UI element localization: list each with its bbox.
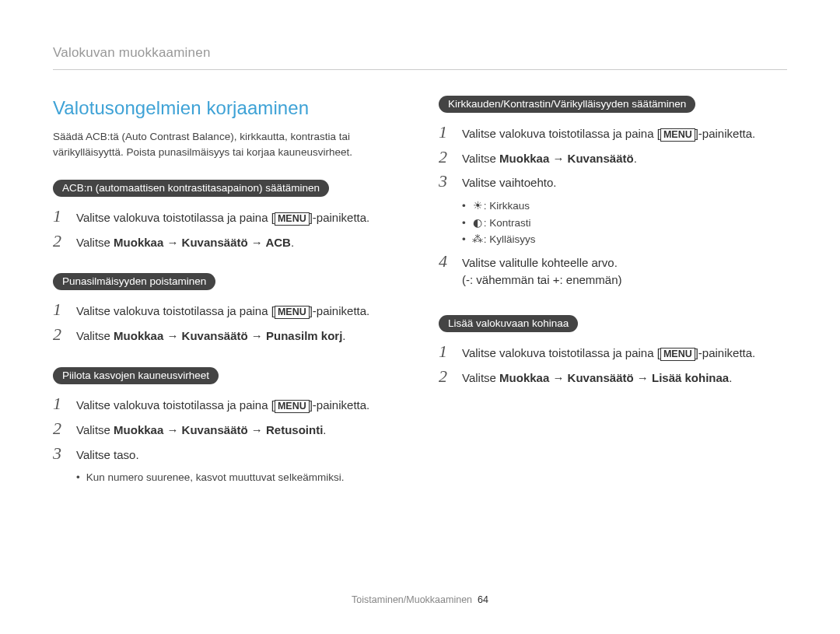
menu-button-icon: MENU: [660, 128, 695, 142]
menu-button-icon: MENU: [275, 212, 310, 226]
step-number: 3: [439, 173, 454, 190]
option-contrast: ◐: Kontrasti: [462, 215, 787, 232]
text: .: [342, 329, 345, 342]
text: .: [291, 236, 294, 249]
label: : Kirkkaus: [484, 200, 530, 212]
step: 1 Valitse valokuva toistotilassa ja pain…: [53, 395, 401, 414]
step-text: Valitse Muokkaa → Kuvansäätö → Retusoint…: [76, 422, 401, 439]
steps-bcs: 1 Valitse valokuva toistotilassa ja pain…: [439, 124, 787, 191]
saturation-icon: ⁂: [472, 232, 484, 247]
pill-redeye: Punasilmäisyyden poistaminen: [53, 273, 215, 290]
options-list: ☀: Kirkkaus ◐: Kontrasti ⁂: Kylläisyys: [462, 198, 787, 248]
page: Valokuvan muokkaaminen Valotusongelmien …: [0, 0, 840, 506]
section-intro: Säädä ACB:tä (Auto Contrast Balance), ki…: [53, 129, 401, 159]
text: Valitse: [76, 423, 114, 436]
step: 3 Valitse taso.: [53, 445, 401, 464]
note-list: Kun numero suurenee, kasvot muuttuvat se…: [76, 469, 401, 486]
step: 2 Valitse Muokkaa → Kuvansäätö → Lisää k…: [439, 368, 787, 387]
option-brightness: ☀: Kirkkaus: [462, 198, 787, 215]
pill-acb: ACB:n (automaattisen kontrastitasapainon…: [53, 180, 329, 197]
text: Valitse valitulle kohteelle arvo.: [462, 256, 618, 269]
pill-bcs: Kirkkauden/Kontrastin/Värikylläisyyden s…: [439, 96, 695, 113]
menu-path: Muokkaa → Kuvansäätö → Retusointi: [114, 423, 323, 436]
note: Kun numero suurenee, kasvot muuttuvat se…: [76, 469, 401, 486]
step: 3 Valitse vaihtoehto.: [439, 173, 787, 191]
step-number: 3: [53, 445, 68, 462]
text: Valitse: [76, 329, 114, 342]
step-text: Valitse valokuva toistotilassa ja paina …: [76, 303, 401, 320]
step: 2 Valitse Muokkaa → Kuvansäätö → Punasil…: [53, 326, 401, 345]
step-text: Valitse Muokkaa → Kuvansäätö → Lisää koh…: [462, 370, 787, 387]
menu-path: Muokkaa → Kuvansäätö: [499, 152, 634, 165]
step-text: Valitse valokuva toistotilassa ja paina …: [462, 345, 787, 362]
page-number: 64: [478, 594, 488, 605]
menu-path: Muokkaa → Kuvansäätö → Lisää kohinaa: [499, 371, 729, 384]
pill-noise: Lisää valokuvaan kohinaa: [439, 315, 578, 332]
section-title: Valotusongelmien korjaaminen: [53, 95, 401, 122]
text: Valitse: [462, 152, 499, 165]
steps-noise: 1 Valitse valokuva toistotilassa ja pain…: [439, 343, 787, 387]
text: ]-painiketta.: [310, 304, 370, 317]
option-saturation: ⁂: Kylläisyys: [462, 231, 787, 248]
step-text: Valitse Muokkaa → Kuvansäätö → Punasilm …: [76, 328, 401, 345]
columns: Valotusongelmien korjaaminen Säädä ACB:t…: [53, 70, 787, 491]
text: ]-painiketta.: [310, 211, 370, 224]
steps-redeye: 1 Valitse valokuva toistotilassa ja pain…: [53, 301, 401, 345]
steps-retouch: 1 Valitse valokuva toistotilassa ja pain…: [53, 395, 401, 463]
label: : Kontrasti: [484, 217, 531, 229]
step-number: 2: [439, 368, 454, 385]
text: ]-painiketta.: [695, 127, 756, 140]
step: 2 Valitse Muokkaa → Kuvansäätö → ACB.: [53, 233, 401, 251]
step-text: Valitse taso.: [76, 447, 401, 464]
menu-button-icon: MENU: [660, 348, 695, 361]
menu-button-icon: MENU: [275, 400, 310, 413]
step-number: 1: [439, 124, 454, 141]
text: Valitse: [76, 236, 114, 249]
step-text: Valitse Muokkaa → Kuvansäätö → ACB.: [76, 234, 401, 251]
brightness-icon: ☀: [472, 198, 484, 214]
text: (-: vähemmän tai +: enemmän): [462, 273, 622, 286]
step-number: 2: [53, 420, 68, 437]
text: Valitse valokuva toistotilassa ja paina …: [76, 304, 275, 317]
right-column: Kirkkauden/Kontrastin/Värikylläisyyden s…: [439, 95, 787, 491]
step-number: 1: [53, 301, 68, 318]
step: 1 Valitse valokuva toistotilassa ja pain…: [439, 343, 787, 362]
menu-path: Muokkaa → Kuvansäätö → ACB: [114, 236, 291, 249]
text: ]-painiketta.: [310, 398, 370, 412]
step: 2 Valitse Muokkaa → Kuvansäätö.: [439, 149, 787, 167]
text: .: [323, 423, 326, 436]
step-number: 2: [53, 233, 68, 250]
menu-path: Muokkaa → Kuvansäätö → Punasilm korj: [114, 329, 342, 342]
pill-retouch: Piilota kasvojen kauneusvirheet: [53, 367, 219, 384]
step-text: Valitse valokuva toistotilassa ja paina …: [76, 397, 401, 414]
step: 2 Valitse Muokkaa → Kuvansäätö → Retusoi…: [53, 420, 401, 439]
step: 4 Valitse valitulle kohteelle arvo. (-: …: [439, 253, 787, 289]
step: 1 Valitse valokuva toistotilassa ja pain…: [53, 208, 401, 226]
step-number: 1: [439, 343, 454, 360]
step-text: Valitse vaihtoehto.: [462, 174, 787, 191]
step: 1 Valitse valokuva toistotilassa ja pain…: [439, 124, 787, 142]
footer: Toistaminen/Muokkaaminen 64: [0, 593, 840, 607]
text: .: [729, 371, 732, 384]
label: : Kylläisyys: [484, 233, 536, 245]
text: .: [634, 152, 637, 165]
step: 1 Valitse valokuva toistotilassa ja pain…: [53, 301, 401, 320]
step-number: 4: [439, 253, 454, 270]
text: Valitse valokuva toistotilassa ja paina …: [76, 211, 275, 224]
text: Valitse valokuva toistotilassa ja paina …: [76, 398, 275, 412]
step-text: Valitse valitulle kohteelle arvo. (-: vä…: [462, 254, 787, 289]
step-number: 2: [439, 149, 454, 166]
footer-label: Toistaminen/Muokkaaminen: [352, 594, 472, 605]
text: ]-painiketta.: [695, 346, 756, 359]
step-number: 2: [53, 326, 68, 343]
step-text: Valitse Muokkaa → Kuvansäätö.: [462, 150, 787, 167]
steps-bcs-4: 4 Valitse valitulle kohteelle arvo. (-: …: [439, 253, 787, 289]
text: Valitse valokuva toistotilassa ja paina …: [462, 346, 660, 359]
step-text: Valitse valokuva toistotilassa ja paina …: [462, 125, 787, 142]
steps-acb: 1 Valitse valokuva toistotilassa ja pain…: [53, 208, 401, 251]
step-text: Valitse valokuva toistotilassa ja paina …: [76, 209, 401, 226]
step-number: 1: [53, 208, 68, 225]
menu-button-icon: MENU: [275, 306, 310, 319]
contrast-icon: ◐: [472, 215, 484, 231]
text: Valitse valokuva toistotilassa ja paina …: [462, 127, 660, 140]
